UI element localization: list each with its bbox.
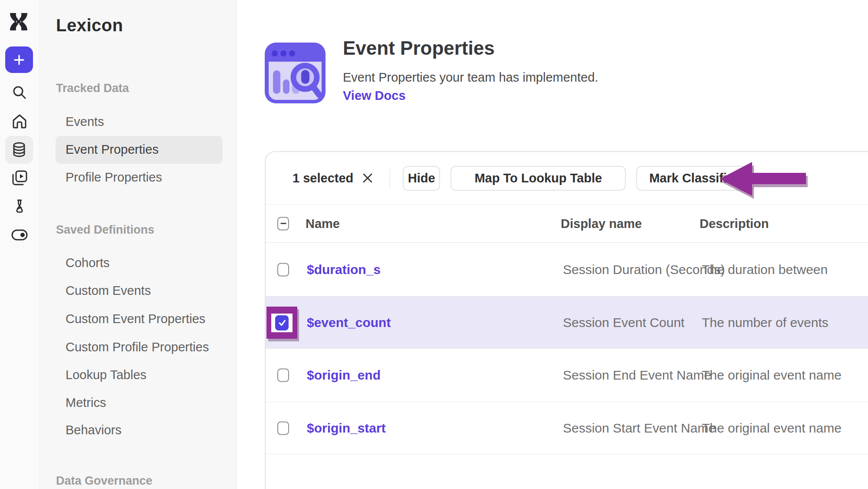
toolbar-divider [390,169,390,188]
row-checkbox-checked[interactable] [275,315,289,330]
description-cell: The original event name [702,368,842,383]
flask-icon [11,198,28,215]
property-name-link[interactable]: $origin_end [307,368,381,383]
boards-nav-button[interactable] [11,170,28,186]
mark-classified-button[interactable]: Mark Classified [636,166,754,191]
selected-count-label: 1 selected [293,171,353,185]
experiments-nav-button[interactable] [11,198,28,215]
column-header-description[interactable]: Description [700,216,769,231]
magenta-annotation-box [266,307,297,339]
check-icon [277,318,287,327]
create-new-button[interactable] [5,46,33,73]
display-name-cell: Session Event Count [563,315,684,330]
lexicon-sidebar: Lexicon Tracked Data Events Event Proper… [40,0,237,489]
sidebar-item-custom-profile-properties[interactable]: Custom Profile Properties [66,340,209,354]
sidebar-item-profile-properties[interactable]: Profile Properties [66,170,162,185]
boards-play-icon [11,170,28,186]
sidebar-item-event-properties[interactable]: Event Properties [66,142,158,157]
home-nav-button[interactable] [11,113,28,129]
row-checkbox[interactable] [277,263,289,276]
page-title: Event Properties [343,37,495,59]
feature-flags-nav-button[interactable] [11,227,28,243]
annotation-inner [271,314,293,332]
table-row[interactable]: $origin_start Session Start Event Name T… [266,402,868,454]
display-name-cell: Session End Event Name [563,368,711,383]
table-row[interactable]: $duration_s Session Duration (Seconds) T… [266,243,868,297]
description-cell: The original event name [702,421,842,436]
mixpanel-logo-icon [9,13,29,31]
database-icon [11,142,27,158]
search-nav-button[interactable] [11,84,28,101]
plus-icon [13,53,26,66]
select-all-checkbox-indeterminate[interactable] [277,217,289,230]
data-management-nav-button-selected[interactable] [5,136,33,164]
main-content: Event Properties Event Properties your t… [237,0,868,489]
row-checkbox[interactable] [277,421,289,435]
toggle-icon [11,229,28,241]
selection-toolbar: 1 selected Hide Map To Lookup Table Mark… [266,152,868,204]
column-header-display-name[interactable]: Display name [561,216,642,231]
hide-button[interactable]: Hide [403,166,440,191]
section-tracked-data: Tracked Data [56,82,129,95]
page-subtitle: Event Properties your team has implement… [343,70,598,85]
sidebar-item-lookup-tables[interactable]: Lookup Tables [66,368,147,382]
table-header-row: Name Display name Description [266,204,868,243]
description-cell: The duration between [702,262,828,277]
map-to-lookup-table-button[interactable]: Map To Lookup Table [450,166,626,191]
section-data-governance: Data Governance [56,474,152,488]
search-icon [12,85,27,100]
sidebar-item-events[interactable]: Events [66,115,104,129]
event-properties-table-card: 1 selected Hide Map To Lookup Table Mark… [265,151,868,489]
home-icon [11,113,28,129]
table-row[interactable]: $origin_end Session End Event Name The o… [266,349,868,402]
section-saved-definitions: Saved Definitions [56,223,155,237]
sidebar-item-behaviors[interactable]: Behaviors [66,423,122,437]
sidebar-item-custom-events[interactable]: Custom Events [66,284,151,298]
column-header-name[interactable]: Name [306,216,340,231]
minus-icon [280,223,286,224]
sidebar-title: Lexicon [56,16,123,35]
display-name-cell: Session Start Event Name [563,421,716,436]
icon-rail [0,0,40,489]
sidebar-item-metrics[interactable]: Metrics [66,396,106,410]
event-properties-app-icon [265,43,326,103]
description-cell: The number of events [702,315,829,330]
clear-selection-button[interactable] [362,172,373,184]
property-name-link[interactable]: $origin_start [307,421,386,436]
view-docs-link[interactable]: View Docs [343,89,406,103]
display-name-cell: Session Duration (Seconds) [563,262,725,277]
sidebar-item-custom-event-properties[interactable]: Custom Event Properties [66,312,205,326]
sidebar-item-cohorts[interactable]: Cohorts [66,256,110,270]
property-name-link[interactable]: $duration_s [307,262,381,277]
table-row-selected[interactable]: $event_count Session Event Count The num… [266,297,868,349]
property-name-link[interactable]: $event_count [307,315,391,330]
row-checkbox[interactable] [277,369,289,382]
